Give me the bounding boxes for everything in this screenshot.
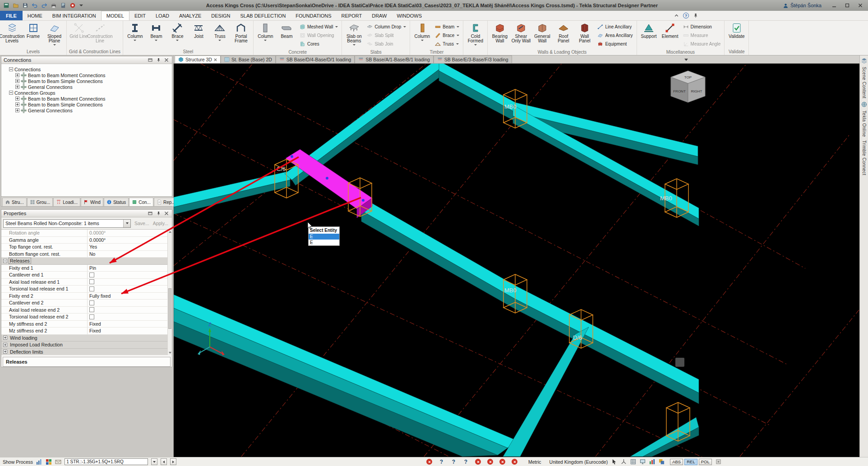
show-process-label[interactable]: Show Process (3, 459, 33, 465)
joist-button[interactable]: Joist (188, 22, 209, 39)
tree-item[interactable]: General Connections (15, 107, 171, 113)
user-account[interactable]: Štěpán Šonka (783, 3, 822, 9)
expand-icon[interactable] (15, 85, 19, 89)
tab-loading[interactable]: Loadi... (53, 198, 80, 206)
pol-mode-button[interactable]: POL (699, 459, 712, 465)
tree-item-connections[interactable]: Connections (9, 66, 171, 72)
pin-icon[interactable] (693, 13, 698, 18)
collapse-icon[interactable] (9, 67, 13, 71)
tab-wind[interactable]: Wind (81, 198, 103, 206)
units-label[interactable]: Metric (528, 459, 541, 465)
unknown-status-icon[interactable]: ? (439, 459, 444, 465)
property-row-axial-release-end-1[interactable]: Axial load release end 1 (1, 279, 172, 286)
validate-button[interactable]: Validate (726, 22, 747, 39)
area-ancillary-button[interactable]: Area Ancillary (596, 32, 634, 39)
property-group-wind-loading[interactable]: Wind loading (1, 335, 172, 342)
grid-line-button[interactable]: Grid Line (68, 22, 89, 39)
expand-icon[interactable] (3, 343, 7, 347)
view-tab-loading-1[interactable]: SB Base/D/4-Base/D/1 loading (276, 55, 355, 63)
collapse-icon[interactable] (9, 91, 13, 95)
view-tab-st-base-2d[interactable]: St. Base (Base) 2D (221, 55, 276, 63)
cores-button[interactable]: Cores (298, 40, 339, 48)
construction-levels-button[interactable]: Construction Levels (1, 22, 23, 43)
property-row-mz-stiffness-end-2[interactable]: Mz stiffness end 2Fixed (1, 328, 172, 335)
checkbox[interactable] (89, 286, 94, 291)
viewport-3d[interactable]: C/6 MB0 MB0 MB0 D/6 TOP FRONT RIGHT (174, 64, 859, 457)
cold-formed-button[interactable]: Cold Formed (465, 22, 486, 46)
close-button[interactable] (854, 1, 866, 9)
scroll-up-icon[interactable] (169, 231, 171, 233)
properties-selector[interactable]: Steel Beams Rolled Non-Composite: 1 item… (3, 219, 131, 228)
beam-node[interactable] (291, 155, 293, 158)
tab-groups[interactable]: Grou... (27, 198, 53, 206)
tree-item[interactable]: Beam to Beam Simple Connections (15, 102, 171, 107)
scene-content-icon[interactable] (861, 58, 867, 64)
slab-on-beams-button[interactable]: Slab on Beams (343, 22, 365, 46)
truss-button[interactable]: Truss (209, 22, 231, 41)
concrete-column-button[interactable]: Column (255, 22, 276, 41)
tekla-online-tab[interactable]: Tekla Online (862, 111, 867, 137)
next-combination-icon[interactable] (170, 458, 176, 465)
steel-column-button[interactable]: Column (125, 22, 146, 41)
close-view-icon[interactable] (214, 58, 217, 61)
property-row-fixity-end-2[interactable]: Fixity end 2Fully fixed (1, 293, 172, 300)
open-icon[interactable] (11, 1, 20, 10)
property-row-torsional-release-end-1[interactable]: Torsional load release end 1 (1, 286, 172, 293)
error-status-icon[interactable] (512, 459, 517, 465)
timber-truss-button[interactable]: Truss (434, 40, 461, 48)
tab-foundations[interactable]: FOUNDATIONS (291, 11, 336, 20)
tab-connections[interactable]: Con... (129, 198, 153, 206)
save-icon[interactable] (21, 1, 29, 10)
select-entity-option[interactable]: E (309, 240, 339, 245)
meshed-wall-button[interactable]: Meshed Wall (298, 23, 339, 31)
beam-node[interactable] (362, 199, 365, 202)
shear-only-wall-button[interactable]: Shear Only Wall (510, 22, 531, 43)
expand-icon[interactable] (3, 336, 7, 340)
scrollbar-thumb[interactable] (168, 288, 171, 329)
tab-structure[interactable]: Stru... (2, 198, 27, 206)
tree-item[interactable]: Beam to Beam Moment Connections (15, 96, 171, 102)
pin-panel-icon[interactable] (155, 211, 162, 216)
checkbox[interactable] (89, 300, 94, 305)
property-row-bottom-flange[interactable]: Bottom flange cont. rest.No (1, 251, 172, 258)
viewport-widget[interactable] (675, 358, 684, 367)
tab-bim-integration[interactable]: BIM INTEGRATION (47, 11, 101, 20)
tab-slab-deflection[interactable]: SLAB DEFLECTION (235, 11, 291, 20)
expand-icon[interactable] (15, 79, 19, 83)
combination-dropdown-icon[interactable] (151, 458, 157, 465)
tree-item[interactable]: Beam to Beam Moment Connections (15, 72, 171, 78)
measure-angle-button[interactable]: Measure Angle (682, 40, 722, 48)
trimble-connect-tab[interactable]: Trimble Connect (862, 140, 867, 175)
tab-home[interactable]: HOME (23, 11, 47, 20)
snap-settings-icon[interactable] (716, 459, 721, 465)
save-button[interactable]: Save... (134, 221, 149, 226)
frame-button[interactable]: Frame (23, 22, 44, 39)
steel-beam-button[interactable]: Beam (146, 22, 167, 41)
slab-join-button[interactable]: Slab Join (365, 40, 407, 48)
property-group-imposed-load-reduction[interactable]: Imposed Load Reduction (1, 341, 172, 349)
checkbox[interactable] (89, 314, 94, 319)
tekla-online-icon[interactable] (861, 102, 867, 107)
display-settings-icon[interactable] (640, 459, 646, 465)
expand-icon[interactable] (3, 350, 7, 354)
quick-access-dropdown-icon[interactable] (79, 5, 83, 6)
collapse-icon[interactable] (3, 259, 7, 263)
pin-panel-icon[interactable] (155, 57, 162, 63)
apply-button[interactable]: Apply... (153, 221, 168, 226)
error-status-icon[interactable] (475, 459, 481, 465)
property-row-torsional-release-end-2[interactable]: Torsional load release end 2 (1, 314, 172, 321)
property-row-gamma-angle[interactable]: Gamma angle0.0000° (1, 237, 172, 244)
minimize-button[interactable] (828, 1, 840, 9)
process-chart-icon[interactable] (36, 459, 42, 465)
error-status-icon[interactable] (499, 459, 505, 465)
timber-beam-button[interactable]: Beam (434, 23, 461, 31)
calculator-icon[interactable] (59, 1, 67, 10)
view-cube-top-label[interactable]: TOP (684, 75, 692, 79)
wall-opening-button[interactable]: Wall Opening (298, 32, 339, 39)
portal-frame-button[interactable]: Portal Frame (231, 22, 252, 43)
property-row-cantilever-end-2[interactable]: Cantilever end 2 (1, 300, 172, 307)
scrollbar[interactable] (167, 230, 172, 355)
expand-icon[interactable] (15, 102, 19, 106)
support-button[interactable]: Support (638, 22, 660, 39)
print-icon[interactable] (49, 1, 58, 10)
